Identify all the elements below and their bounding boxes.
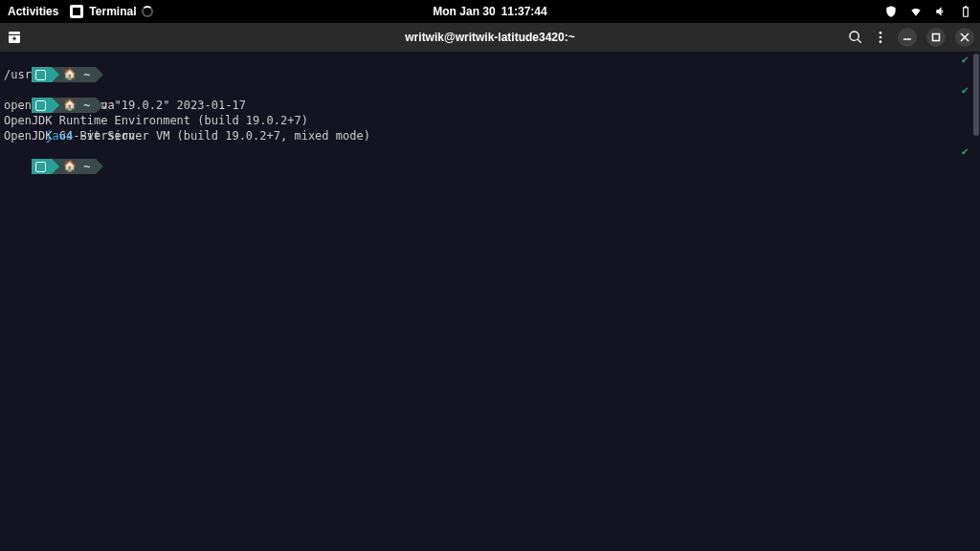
shell-prompt: 🏠 ~ <box>32 98 103 113</box>
window-titlebar: writwik@writwik-latitude3420:~ <box>0 23 980 52</box>
status-ok-icon: ✔ <box>962 52 969 67</box>
volume-icon[interactable] <box>934 5 947 18</box>
terminal-output: OpenJDK Runtime Environment (build 19.0.… <box>0 113 980 128</box>
svg-point-2 <box>880 40 882 43</box>
svg-point-1 <box>880 36 882 39</box>
home-icon: 🏠 <box>63 98 77 113</box>
window-title: writwik@writwik-latitude3420:~ <box>405 31 574 44</box>
shell-prompt: 🏠 ~ <box>32 67 103 82</box>
app-indicator[interactable]: Terminal <box>70 5 153 18</box>
status-ok-icon: ✔ <box>962 143 969 159</box>
shield-icon[interactable] <box>884 5 898 18</box>
terminal-viewport[interactable]: 🏠 ~ which java ✔ /usr/bin/java 🏠 ~ java … <box>0 52 980 551</box>
terminal-line: 🏠 ~ ✔ <box>0 143 980 159</box>
search-icon[interactable] <box>848 30 863 45</box>
home-icon: 🏠 <box>63 159 77 174</box>
new-tab-button[interactable] <box>6 29 23 46</box>
app-name-label: Terminal <box>89 5 136 18</box>
network-icon[interactable] <box>909 5 923 18</box>
maximize-button[interactable] <box>926 28 946 47</box>
busy-spinner-icon <box>142 6 153 17</box>
battery-icon[interactable] <box>959 5 972 18</box>
scrollbar[interactable] <box>972 52 980 551</box>
shell-prompt: 🏠 ~ <box>32 159 103 174</box>
os-logo-icon <box>35 162 46 172</box>
home-icon: 🏠 <box>63 67 77 82</box>
terminal-line: 🏠 ~ which java ✔ <box>0 52 980 67</box>
terminal-output: openjdk version "19.0.2" 2023-01-17 <box>0 98 980 113</box>
menu-icon[interactable] <box>873 30 888 45</box>
command-token: java <box>45 129 73 143</box>
status-ok-icon: ✔ <box>962 82 969 98</box>
os-logo-icon <box>35 70 46 80</box>
scrollbar-thumb[interactable] <box>973 54 979 136</box>
close-button[interactable] <box>955 28 974 47</box>
gnome-top-bar: Activities Terminal Mon Jan 30 11:37:44 <box>0 0 980 23</box>
activities-button[interactable]: Activities <box>8 5 58 18</box>
minimize-button[interactable] <box>898 28 917 47</box>
time-label: 11:37:44 <box>501 5 547 18</box>
os-logo-icon <box>35 100 46 111</box>
terminal-line: 🏠 ~ java -version ✔ <box>0 82 980 98</box>
date-label: Mon Jan 30 <box>433 5 495 18</box>
svg-point-0 <box>880 32 882 34</box>
svg-rect-4 <box>933 34 940 41</box>
command-arg: -version <box>73 129 135 143</box>
terminal-app-icon <box>70 5 83 18</box>
clock[interactable]: Mon Jan 30 11:37:44 <box>433 5 546 18</box>
terminal-output: /usr/bin/java <box>0 67 980 82</box>
terminal-output: OpenJDK 64-Bit Server VM (build 19.0.2+7… <box>0 128 980 143</box>
